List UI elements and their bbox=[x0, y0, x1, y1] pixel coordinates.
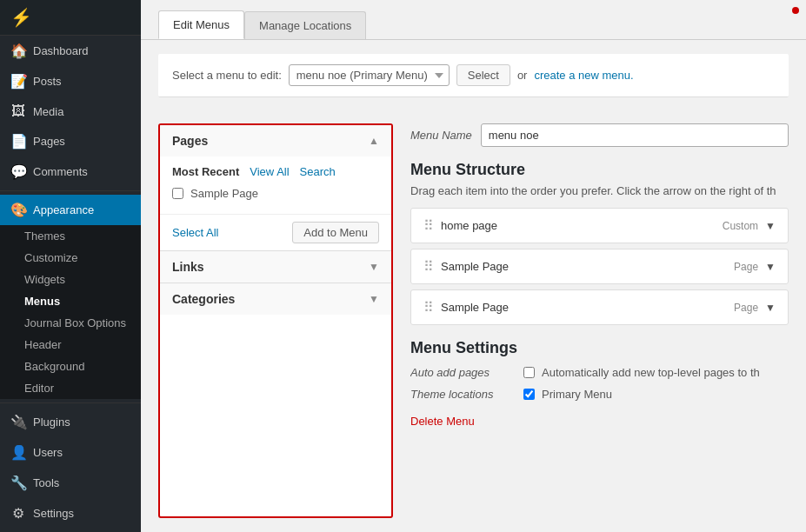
sidebar-item-label: Tools bbox=[33, 476, 59, 489]
sidebar-item-label: Plugins bbox=[33, 416, 70, 429]
sidebar-item-widgets[interactable]: Widgets bbox=[0, 269, 141, 290]
sidebar-item-customize[interactable]: Customize bbox=[0, 247, 141, 269]
wp-logo-icon: ⚡ bbox=[10, 7, 32, 28]
select-button[interactable]: Select bbox=[456, 64, 510, 86]
sidebar-item-settings[interactable]: ⚙ Settings bbox=[0, 498, 141, 529]
sidebar-item-posts[interactable]: 📝 Posts bbox=[0, 66, 141, 96]
links-accordion-header[interactable]: Links ▼ bbox=[160, 251, 391, 283]
pages-title: Pages bbox=[172, 134, 208, 148]
menu-item-chevron-icon[interactable]: ▼ bbox=[765, 261, 776, 273]
sidebar-item-media[interactable]: 🖼 Media bbox=[0, 96, 141, 126]
select-menu-bar: Select a menu to edit: menu noe (Primary… bbox=[158, 54, 789, 97]
sidebar-item-tools[interactable]: 🔧 Tools bbox=[0, 468, 141, 498]
sidebar-item-header[interactable]: Header bbox=[0, 334, 141, 356]
menu-structure-section: Menu Structure Drag each item into the o… bbox=[410, 161, 789, 325]
categories-section: Categories ▼ bbox=[160, 283, 391, 315]
sidebar-item-label: Pages bbox=[33, 135, 65, 148]
posts-icon: 📝 bbox=[10, 73, 26, 90]
menu-name-input[interactable] bbox=[481, 123, 789, 147]
subtab-search[interactable]: Search bbox=[300, 165, 336, 178]
menu-item-type: Page bbox=[734, 302, 758, 314]
menu-select[interactable]: menu noe (Primary Menu) bbox=[289, 64, 450, 86]
tab-manage-locations[interactable]: Manage Locations bbox=[244, 11, 366, 39]
sidebar-item-comments[interactable]: 💬 Comments bbox=[0, 156, 141, 187]
sidebar-item-menus[interactable]: Menus bbox=[0, 290, 141, 312]
auto-add-pages-checkbox[interactable] bbox=[523, 367, 535, 378]
or-text: or bbox=[517, 69, 528, 82]
links-chevron-icon: ▼ bbox=[369, 261, 379, 273]
menu-name-label: Menu Name bbox=[410, 129, 472, 142]
editor-label: Editor bbox=[24, 382, 54, 395]
pages-accordion-header[interactable]: Pages ▲ bbox=[160, 125, 391, 156]
select-menu-label: Select a menu to edit: bbox=[172, 69, 282, 82]
links-section: Links ▼ bbox=[160, 251, 391, 283]
left-panel: Pages ▲ Most Recent View All Search Samp… bbox=[158, 123, 393, 518]
sidebar-item-label: Media bbox=[33, 105, 63, 118]
pages-accordion-body: Most Recent View All Search Sample Page bbox=[160, 156, 391, 214]
auto-add-pages-label: Auto add pages bbox=[410, 366, 506, 379]
main-content: Edit Menus Manage Locations Select a men… bbox=[141, 0, 806, 532]
sample-page-checkbox-item: Sample Page bbox=[172, 187, 379, 200]
subtab-most-recent[interactable]: Most Recent bbox=[172, 165, 239, 178]
media-icon: 🖼 bbox=[10, 103, 26, 119]
right-panel: Menu Name Menu Structure Drag each item … bbox=[410, 123, 789, 518]
comments-icon: 💬 bbox=[10, 163, 26, 180]
appearance-icon: 🎨 bbox=[10, 202, 26, 218]
tabs-wrapper: Edit Menus Manage Locations bbox=[141, 0, 806, 40]
auto-add-pages-desc[interactable]: Automatically add new top-level pages to… bbox=[542, 366, 760, 379]
menu-settings-section: Menu Settings Auto add pages Automatical… bbox=[410, 339, 789, 428]
sample-page-label[interactable]: Sample Page bbox=[190, 187, 258, 200]
delete-menu-link[interactable]: Delete Menu bbox=[410, 415, 475, 428]
menu-item-chevron-icon[interactable]: ▼ bbox=[765, 220, 776, 232]
drag-handle-icon[interactable]: ⠿ bbox=[423, 217, 434, 234]
primary-menu-checkbox[interactable] bbox=[523, 389, 535, 400]
page-content: Select a menu to edit: menu noe (Primary… bbox=[141, 40, 806, 532]
tab-edit-menus[interactable]: Edit Menus bbox=[158, 10, 244, 39]
pages-section: Pages ▲ Most Recent View All Search Samp… bbox=[160, 125, 391, 251]
drag-handle-icon[interactable]: ⠿ bbox=[423, 258, 434, 275]
tools-icon: 🔧 bbox=[10, 475, 26, 491]
menu-item-name: Sample Page bbox=[441, 301, 509, 314]
categories-accordion-header[interactable]: Categories ▼ bbox=[160, 283, 391, 315]
menu-settings-title: Menu Settings bbox=[410, 339, 789, 357]
primary-menu-label[interactable]: Primary Menu bbox=[542, 388, 612, 401]
menu-item-home-page: ⠿ home page Custom ▼ bbox=[410, 208, 789, 243]
separator-1 bbox=[0, 190, 141, 191]
widgets-label: Widgets bbox=[24, 273, 65, 286]
customize-label: Customize bbox=[24, 251, 77, 264]
themes-label: Themes bbox=[24, 229, 65, 243]
sample-page-checkbox[interactable] bbox=[172, 188, 183, 199]
add-to-menu-button[interactable]: Add to Menu bbox=[292, 222, 379, 243]
menu-item-chevron-icon[interactable]: ▼ bbox=[765, 302, 776, 314]
separator-2 bbox=[0, 402, 141, 403]
sidebar-item-label: Dashboard bbox=[33, 44, 89, 57]
tab-underline bbox=[141, 39, 806, 40]
links-title: Links bbox=[172, 260, 204, 274]
subtab-view-all[interactable]: View All bbox=[250, 165, 289, 178]
sidebar-item-journal-box-options[interactable]: Journal Box Options bbox=[0, 312, 141, 334]
sidebar-item-label: Posts bbox=[33, 75, 62, 88]
pages-subtabs: Most Recent View All Search bbox=[172, 165, 379, 178]
sidebar-item-pages[interactable]: 📄 Pages bbox=[0, 126, 141, 156]
sidebar-item-themes[interactable]: Themes bbox=[0, 225, 141, 247]
sidebar-logo: ⚡ bbox=[0, 0, 141, 36]
sidebar-item-appearance[interactable]: 🎨 Appearance bbox=[0, 195, 141, 225]
pages-footer: Select All Add to Menu bbox=[160, 214, 391, 250]
menu-structure-desc: Drag each item into the order you prefer… bbox=[410, 184, 789, 197]
sidebar-item-dashboard[interactable]: 🏠 Dashboard bbox=[0, 36, 141, 66]
categories-title: Categories bbox=[172, 292, 235, 306]
select-all-link[interactable]: Select All bbox=[172, 226, 218, 239]
sidebar-item-plugins[interactable]: 🔌 Plugins bbox=[0, 407, 141, 437]
menu-item-name: Sample Page bbox=[441, 260, 509, 273]
tabs-bar: Edit Menus Manage Locations bbox=[141, 0, 806, 39]
categories-chevron-icon: ▼ bbox=[369, 293, 379, 305]
sidebar-item-users[interactable]: 👤 Users bbox=[0, 437, 141, 468]
auto-add-pages-row: Auto add pages Automatically add new top… bbox=[410, 366, 789, 379]
journal-box-options-label: Journal Box Options bbox=[24, 316, 126, 329]
menu-item-sample-page-1: ⠿ Sample Page Page ▼ bbox=[410, 249, 789, 284]
sidebar-item-editor[interactable]: Editor bbox=[0, 377, 141, 399]
create-new-menu-link[interactable]: create a new menu. bbox=[534, 69, 633, 82]
sidebar-item-background[interactable]: Background bbox=[0, 356, 141, 377]
drag-handle-icon[interactable]: ⠿ bbox=[423, 299, 434, 316]
dashboard-icon: 🏠 bbox=[10, 43, 26, 59]
